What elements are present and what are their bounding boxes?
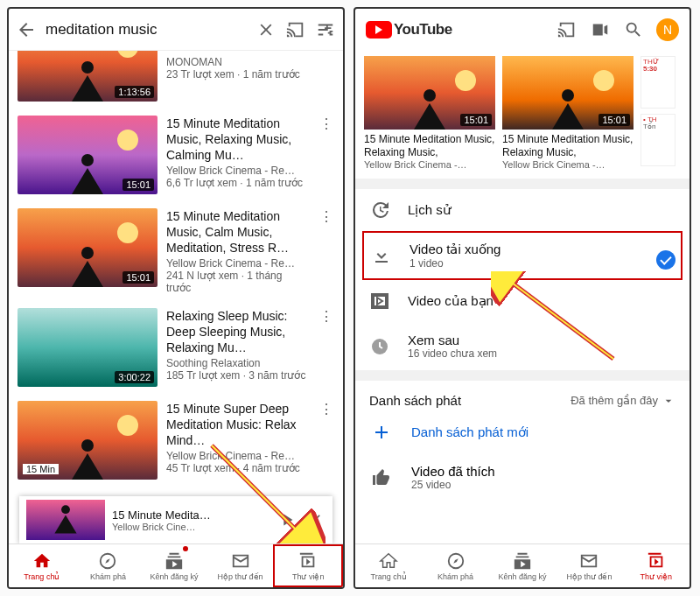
more-icon[interactable]: ⋮ [318, 116, 334, 194]
nav-subscriptions[interactable]: Kênh đăng ký [141, 544, 207, 587]
library-item-title: Xem sau [408, 333, 676, 347]
more-icon[interactable]: ⋮ [318, 401, 334, 480]
video-item[interactable]: 15 Min 15 Minute Super Deep Meditation M… [9, 394, 343, 487]
nav-label: Kênh đăng ký [498, 572, 546, 581]
search-header: meditation music [9, 9, 343, 51]
back-icon[interactable] [16, 19, 37, 40]
library-your-videos[interactable]: Video của bạn [355, 280, 690, 322]
nav-explore[interactable]: Khám phá [75, 544, 142, 587]
nav-label: Khám phá [90, 572, 126, 581]
youtube-play-icon [366, 21, 392, 39]
video-channel: MONOMAN [166, 56, 310, 68]
library-item-title: Lịch sử [408, 202, 676, 218]
avatar[interactable]: N [656, 18, 679, 41]
video-thumbnail[interactable]: 3:00:22 [18, 308, 158, 387]
phone-left: meditation music 1:13:56 Soothing | Medi… [7, 7, 345, 589]
nav-explore[interactable]: Khám phá [422, 544, 488, 587]
more-icon[interactable]: ⋮ [318, 308, 334, 387]
your-videos-icon [369, 291, 390, 312]
nav-inbox[interactable]: Hộp thư đến [556, 544, 622, 587]
miniplayer-thumb[interactable] [26, 500, 105, 540]
video-thumbnail[interactable]: 1:13:56 [18, 51, 158, 102]
nav-label: Hộp thư đến [566, 572, 612, 581]
video-title: 15 Minute Meditation Music, Relaxing Mus… [166, 116, 310, 163]
cast-icon[interactable] [556, 19, 578, 40]
playlist-header-title: Danh sách phát [369, 393, 461, 408]
library-item-title: Video của bạn [408, 293, 676, 309]
recent-channel: Yellow Brick Cinema -… [502, 159, 634, 170]
youtube-wordmark: YouTube [394, 21, 452, 39]
video-thumbnail[interactable]: 15:01 [18, 208, 158, 287]
camera-icon[interactable] [590, 19, 611, 40]
thumb-overlay-text: 15 Min [23, 464, 59, 474]
video-item[interactable]: 15:01 15 Minute Meditation Music, Calm M… [9, 201, 343, 301]
recent-row: 15:01 15 Minute Meditation Music, Relaxi… [355, 51, 690, 179]
clock-icon [369, 336, 390, 357]
library-history[interactable]: Lịch sử [355, 189, 690, 231]
video-channel: Yellow Brick Cinema - Re… [166, 165, 310, 177]
phone-right: YouTube N 15:01 15 Minute Meditation Mus… [354, 7, 691, 589]
duration-badge: 15:01 [122, 179, 154, 191]
duration-badge: 1:13:56 [115, 86, 154, 98]
nav-label: Trang chủ [24, 572, 60, 581]
nav-label: Thư viện [640, 572, 673, 581]
recent-thumbnail[interactable]: 15:01 [364, 56, 495, 130]
video-channel: Yellow Brick Cinema - Re… [166, 450, 310, 462]
nav-home[interactable]: Trang chủ [355, 544, 422, 587]
playlist-title: Video đã thích [411, 464, 495, 479]
nav-inbox[interactable]: Hộp thư đến [207, 544, 274, 587]
nav-home[interactable]: Trang chủ [9, 544, 75, 587]
video-title: Soothing | Meditation - MONOMAN [166, 51, 310, 54]
video-item[interactable]: 1:13:56 Soothing | Meditation - MONOMAN … [9, 51, 343, 109]
downloaded-badge-icon [656, 250, 676, 270]
playlist-header: Danh sách phát Đã thêm gần đây [355, 381, 690, 411]
youtube-logo[interactable]: YouTube [366, 21, 452, 39]
bottom-nav: Trang chủ Khám phá Kênh đăng ký Hộp thư … [9, 543, 343, 587]
video-meta: 185 Tr lượt xem · 3 năm trước [166, 369, 310, 382]
video-channel: Soothing Relaxation [166, 357, 310, 369]
playlist-new[interactable]: Danh sách phát mới [355, 411, 690, 453]
thumbs-up-icon [371, 467, 392, 488]
nav-label: Khám phá [438, 572, 473, 581]
recent-thumbnail[interactable]: 15:01 [502, 56, 634, 130]
playlist-sort[interactable]: Đã thêm gần đây [570, 394, 676, 408]
video-item[interactable]: 15:01 15 Minute Meditation Music, Relaxi… [9, 109, 343, 201]
cast-icon[interactable] [285, 19, 306, 40]
side-card[interactable]: • THTổn [640, 114, 676, 166]
video-thumbnail[interactable]: 15 Min [18, 401, 158, 480]
video-title: 15 Minute Super Deep Meditation Music: R… [166, 401, 310, 448]
miniplayer[interactable]: 15 Minute Medita… Yellow Brick Cine… [19, 496, 332, 543]
nav-label: Kênh đăng ký [150, 572, 198, 581]
youtube-header: YouTube N [355, 9, 690, 51]
video-meta: 23 Tr lượt xem · 1 năm trước [166, 68, 310, 81]
more-icon[interactable]: ⋮ [318, 51, 334, 102]
library-watch-later[interactable]: Xem sau 16 video chưa xem [355, 322, 690, 370]
divider [355, 370, 690, 381]
recent-card[interactable]: 15:01 15 Minute Meditation Music, Relaxi… [502, 56, 634, 170]
video-title: Relaxing Sleep Music: Deep Sleeping Musi… [166, 308, 310, 355]
more-icon[interactable]: ⋮ [318, 208, 334, 294]
side-card[interactable]: THỨ5:30 [640, 56, 676, 109]
recent-card[interactable]: 15:01 15 Minute Meditation Music, Relaxi… [364, 56, 495, 170]
video-thumbnail[interactable]: 15:01 [18, 116, 158, 194]
search-icon[interactable] [623, 19, 644, 40]
clear-icon[interactable] [256, 19, 276, 40]
nav-library[interactable]: Thư viện [623, 544, 690, 587]
video-title: 15 Minute Meditation Music, Calm Music, … [166, 208, 310, 256]
library-downloads[interactable]: Video tải xuống 1 video [362, 231, 682, 280]
search-input[interactable]: meditation music [46, 21, 247, 39]
tune-icon[interactable] [315, 19, 336, 40]
nav-library[interactable]: Thư viện [273, 544, 343, 587]
video-item[interactable]: 3:00:22 Relaxing Sleep Music: Deep Sleep… [9, 301, 343, 394]
nav-subscriptions[interactable]: Kênh đăng ký [489, 544, 556, 587]
play-icon[interactable] [276, 509, 298, 530]
library-item-title: Video tải xuống [410, 242, 604, 257]
recent-channel: Yellow Brick Cinema -… [364, 159, 495, 170]
video-list: 1:13:56 Soothing | Meditation - MONOMAN … [9, 51, 343, 543]
plus-icon [371, 422, 392, 443]
chevron-down-icon [662, 394, 676, 408]
duration-badge: 15:01 [598, 114, 630, 126]
playlist-liked[interactable]: Video đã thích 25 video [355, 453, 690, 501]
miniplayer-channel: Yellow Brick Cine… [112, 522, 270, 532]
close-icon[interactable] [304, 509, 326, 530]
